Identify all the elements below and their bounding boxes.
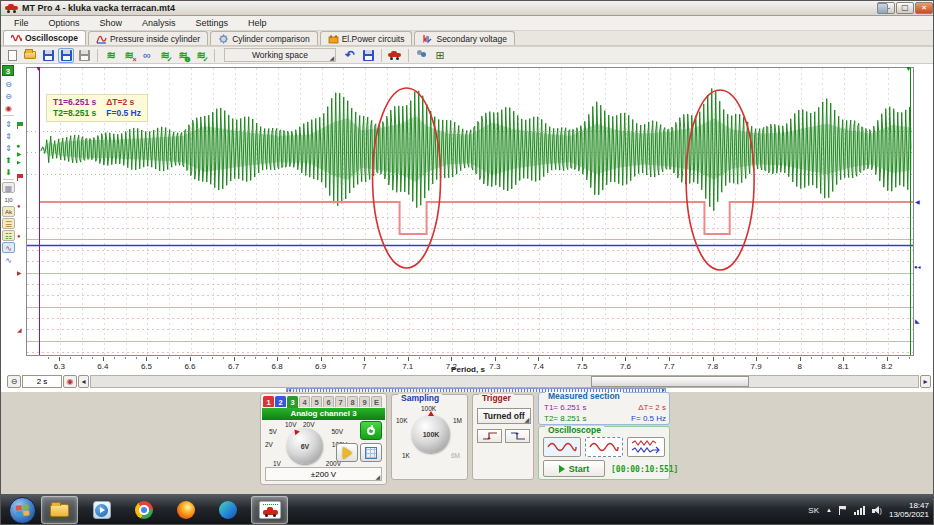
- menu-item-help[interactable]: Help: [239, 17, 276, 29]
- signals-info-button[interactable]: ≋❶: [175, 48, 191, 63]
- cursor-t2-head[interactable]: ▼: [905, 65, 912, 72]
- tab-el-power-circuits[interactable]: El.Power circuits: [320, 31, 413, 45]
- blue-dot-marker[interactable]: ●◂: [914, 264, 921, 270]
- zoom-in-y-button[interactable]: ⊖: [2, 90, 15, 101]
- taskbar-mtpro-button[interactable]: [251, 496, 288, 524]
- blue-corner-marker[interactable]: ◣: [915, 318, 920, 324]
- taskbar-edge-button[interactable]: [209, 496, 246, 524]
- record-button[interactable]: ◉: [63, 375, 77, 388]
- move-down-button[interactable]: ⬇: [2, 166, 15, 177]
- channel-tab-9[interactable]: 9: [359, 396, 370, 407]
- channel-tab-2[interactable]: 2: [275, 396, 286, 407]
- save-as-button[interactable]: [58, 48, 74, 63]
- menu-item-file[interactable]: File: [5, 17, 38, 29]
- users-button[interactable]: [414, 48, 430, 63]
- move-up-button[interactable]: ⬆: [2, 154, 15, 165]
- close-button[interactable]: ×: [915, 2, 933, 14]
- add-window-button[interactable]: ⊞: [432, 48, 448, 63]
- signals-check-button[interactable]: ≋✓: [157, 48, 173, 63]
- start-button-orb[interactable]: [9, 497, 36, 524]
- start-button[interactable]: Start: [543, 460, 605, 477]
- scope-plot-canvas[interactable]: [26, 67, 914, 356]
- green-play-marker[interactable]: ▶: [17, 151, 22, 157]
- sampling-knob[interactable]: 100K: [412, 415, 450, 453]
- menu-item-analysis[interactable]: Analysis: [133, 17, 185, 29]
- blue-left-marker[interactable]: ◀: [915, 199, 920, 205]
- scale-updown-button-2[interactable]: ⇕: [2, 130, 15, 141]
- channel-tab-1[interactable]: 1: [263, 396, 274, 407]
- cursor-t1-head[interactable]: ▼: [35, 65, 42, 72]
- menu-item-show[interactable]: Show: [91, 17, 132, 29]
- zoom-out-y-button[interactable]: ⊖: [2, 78, 15, 89]
- red-flag-marker[interactable]: [17, 174, 24, 179]
- grid-toggle-button[interactable]: ▦: [2, 182, 15, 193]
- hidden-icons-button[interactable]: ▲: [826, 507, 832, 513]
- channel-tab-3[interactable]: 3: [287, 396, 298, 408]
- taskbar-firefox-button[interactable]: [167, 496, 204, 524]
- channel-power-button[interactable]: [360, 421, 382, 440]
- channel-tab-E[interactable]: E: [371, 396, 382, 407]
- maximize-button[interactable]: ▢: [896, 2, 914, 14]
- volume-icon[interactable]: ): [872, 506, 882, 515]
- action-center-flag-icon[interactable]: [839, 506, 847, 515]
- tab-oscilloscope[interactable]: Oscilloscope: [3, 30, 86, 45]
- menu-item-options[interactable]: Options: [40, 17, 89, 29]
- green-play-marker-2[interactable]: ▶: [17, 159, 21, 165]
- voltage-range-dropdown[interactable]: ±200 V◢: [265, 467, 382, 481]
- signals-verify-button[interactable]: ≋✓: [193, 48, 209, 63]
- red-play-marker[interactable]: ▶: [17, 270, 22, 276]
- multi-view-button[interactable]: [627, 437, 665, 457]
- signals-overlay-button[interactable]: ≋×: [121, 48, 137, 63]
- network-signal-icon[interactable]: [854, 506, 865, 515]
- time-scrollbar-thumb[interactable]: [591, 376, 749, 387]
- channel-calculator-button[interactable]: [360, 443, 382, 462]
- trigger-rising-edge-button[interactable]: [477, 429, 502, 443]
- tab-secondary-voltage[interactable]: Secondary voltage: [414, 31, 514, 45]
- vehicle-button[interactable]: [387, 48, 403, 63]
- red-corner-marker[interactable]: ◢: [17, 327, 22, 333]
- taskbar-explorer-button[interactable]: [41, 496, 78, 524]
- tab-pressure-inside-cylinder[interactable]: Pressure inside cylinder: [88, 31, 208, 45]
- signal-list-button[interactable]: ☷: [2, 230, 15, 241]
- scroll-left-button[interactable]: ◂: [78, 375, 89, 388]
- scale-updown-button-1[interactable]: ⇕: [2, 118, 15, 129]
- menu-item-settings[interactable]: Settings: [187, 17, 238, 29]
- open-file-button[interactable]: [22, 48, 38, 63]
- save-workspace-button[interactable]: [360, 48, 376, 63]
- zoom-out-time-button[interactable]: ⊖: [7, 375, 21, 388]
- save-button[interactable]: [40, 48, 56, 63]
- print-button[interactable]: [76, 48, 92, 63]
- channel-play-button[interactable]: [336, 443, 358, 462]
- tab-cylinder-comparison[interactable]: Cylinder comparison: [210, 31, 317, 45]
- channel-tab-6[interactable]: 6: [323, 396, 334, 407]
- channel-tab-5[interactable]: 5: [311, 396, 322, 407]
- voltage-knob[interactable]: 6V: [287, 428, 323, 464]
- values-toggle-button[interactable]: 1|0: [2, 194, 15, 205]
- undo-button[interactable]: ↶: [342, 48, 358, 63]
- blue-signal-view-button[interactable]: ∿: [2, 254, 15, 265]
- signals-view-button[interactable]: ≋: [103, 48, 119, 63]
- scale-updown-button-3[interactable]: ⇕: [2, 142, 15, 153]
- red-dot-marker-2[interactable]: ●: [17, 233, 21, 239]
- red-signal-view-button[interactable]: ∿: [2, 242, 15, 253]
- green-flag-marker[interactable]: [17, 122, 24, 127]
- trigger-mode-dropdown[interactable]: Turned off◢: [477, 408, 531, 424]
- single-view-button[interactable]: [543, 437, 581, 457]
- taskbar-clock[interactable]: 18:47 13/05/2021: [889, 501, 929, 519]
- labels-toggle-button[interactable]: Ak: [2, 206, 15, 217]
- taskbar-media-player-button[interactable]: [83, 496, 120, 524]
- channel-tab-4[interactable]: 4: [299, 396, 310, 407]
- language-indicator[interactable]: SK: [808, 506, 819, 515]
- section-view-button[interactable]: [585, 437, 623, 457]
- workspace-combobox[interactable]: Working space◢: [224, 48, 336, 62]
- channel-tab-8[interactable]: 8: [347, 396, 358, 407]
- channel-list-button[interactable]: ☰: [2, 218, 15, 229]
- green-zero-marker[interactable]: ●: [16, 143, 20, 149]
- time-scrollbar[interactable]: [90, 375, 919, 388]
- channel-tab-7[interactable]: 7: [335, 396, 346, 407]
- record-marker-button[interactable]: ◉: [2, 102, 15, 113]
- menu-right-icon[interactable]: [877, 3, 888, 14]
- signals-loop-button[interactable]: ∞: [139, 48, 155, 63]
- scroll-right-button[interactable]: ▸: [920, 375, 931, 388]
- new-file-button[interactable]: [4, 48, 20, 63]
